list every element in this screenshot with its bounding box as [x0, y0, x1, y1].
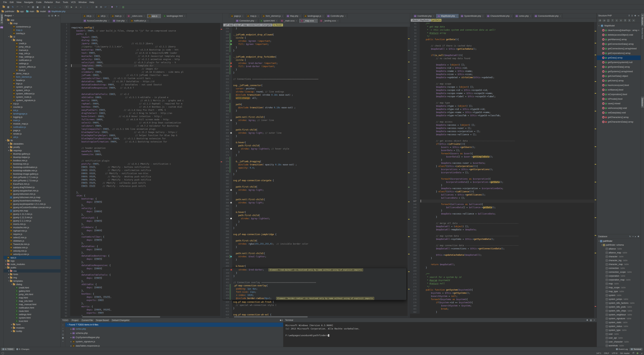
tree-row[interactable]: 5system.html — [4, 316, 60, 319]
undo-icon[interactable]: ↶ — [15, 5, 20, 9]
db-table-row[interactable]: map: table — [597, 282, 641, 286]
tree-row[interactable]: JSsystem_info.js — [4, 89, 60, 92]
code-line[interactable]: 136 } elseif($this->isCorporation()){ — [410, 165, 594, 168]
code-line[interactable]: 56 bootstrap: { — [61, 197, 220, 200]
code-editor[interactable]: 91 /**92 * get map data93 * -> this incl… — [410, 22, 596, 318]
tree-row[interactable]: ▼templates — [4, 279, 60, 283]
caret-position[interactable]: 147:1 — [596, 352, 601, 354]
menu-file[interactable]: File — [2, 1, 8, 4]
structure-method-row[interactable]: mgetConnections():array|mixed — [597, 46, 641, 51]
code-line[interactable]: 106 $mapData->name = $this->name; — [410, 70, 594, 73]
code-line[interactable]: 100 — [410, 51, 594, 54]
tree-row[interactable]: ▼map — [4, 22, 60, 25]
code-line[interactable]: 142 } — [410, 184, 594, 187]
code-line[interactable]: 2requirejs.config({ — [61, 26, 220, 29]
tree-row[interactable]: JSdom.jsPlumb-1.7.2-min.js — [4, 176, 60, 179]
code-line[interactable]: 144 } elseif($this->isAlliance()){ — [410, 190, 594, 193]
tree-row[interactable]: JSmorris.min.js — [4, 222, 60, 226]
todo-file-row[interactable]: ▶phpCcpSystemsMapper.php — [65, 335, 283, 339]
code-line[interactable]: 68 customScrollbar: { — [61, 235, 220, 238]
replace-icon[interactable]: ◉ — [47, 5, 51, 9]
code-line[interactable]: 131 $userData = []; — [410, 149, 594, 152]
code-line[interactable]: 401 path:first-child{ — [223, 239, 408, 242]
code-line[interactable]: 113 $mapData->scope->name = $this->scope… — [410, 92, 594, 95]
code-line[interactable]: 371 path:first-child{ — [223, 144, 408, 147]
code-line[interactable]: 107 $mapData->icon = $this->icon; — [410, 73, 594, 76]
code-line[interactable]: 422} — [223, 307, 408, 310]
tree-row[interactable]: JSvelocity.ui.min.js — [4, 252, 60, 256]
db-table-row[interactable]: user_api: table — [597, 336, 641, 340]
tree-row[interactable]: ▼app — [4, 18, 60, 22]
close-icon[interactable]: × — [338, 20, 338, 22]
code-line[interactable]: 133 $userData[] = $user->getSimpleData()… — [410, 155, 594, 158]
code-line[interactable]: 158 // map system data -----------------… — [410, 234, 594, 238]
code-line[interactable]: 115 — [410, 98, 594, 101]
code-line[interactable]: 423 — [223, 310, 408, 313]
code-line[interactable]: 81 deps: [0] — [61, 276, 220, 280]
tree-row[interactable]: JSraphael-min.js — [4, 229, 60, 232]
code-line[interactable]: 42 tweenLite: 0, — [61, 153, 220, 156]
code-line[interactable]: 377 @include transition( opacity 0.18s e… — [223, 163, 408, 166]
code-line[interactable]: 149 $allianceData[] = $alliance->getData… — [410, 206, 594, 209]
tree-row[interactable]: JSmap_info.js — [4, 52, 60, 55]
tree-row[interactable]: JSvelocity.min.js — [4, 249, 60, 252]
todo-filter-current-file[interactable]: Current File — [80, 318, 94, 322]
code-line[interactable]: 52 0: 1 // PNotify - reference push … — [61, 185, 220, 188]
tab-map.js[interactable]: JSmap.js× — [245, 14, 260, 18]
vcs-commit-icon[interactable]: ↑ — [90, 5, 94, 9]
code-line[interactable]: 120 $mapData->type->classTab = $this->ty… — [410, 114, 594, 117]
tree-row[interactable]: 5trust.html — [4, 319, 60, 323]
structure-method-row[interactable]: msetAccess(obj):void — [597, 106, 641, 110]
collapse-all-icon[interactable]: ⊻ — [631, 15, 633, 17]
code-line[interactable]: 334 } — [223, 27, 408, 30]
db-table-row[interactable]: connection_scope: table — [597, 270, 641, 274]
code-line[interactable]: 368 } — [223, 135, 408, 138]
code-line[interactable]: 69 deps: [0] — [61, 238, 220, 242]
tree-row[interactable]: JSjquery.fullscreen.min.js — [4, 192, 60, 196]
expand-arrow-icon[interactable]: ▶ — [8, 277, 10, 278]
code-line[interactable]: 137 $corporations = $this->getCorporatio… — [410, 168, 594, 171]
code-line[interactable]: 27 bootbox: 0, // v4.3.0 Bootbox.js - … — [61, 105, 220, 109]
structure-method-row[interactable]: msetData(data):void — [597, 110, 641, 115]
structure-method-row[interactable]: mgetCorporations():array — [597, 51, 641, 56]
expand-arrow-icon[interactable]: ▼ — [8, 36, 10, 38]
code-line[interactable]: 390 } — [223, 204, 408, 207]
code-line[interactable]: 382svg.pf-map-connection-stargate { — [223, 179, 408, 182]
code-line[interactable]: 39 — [61, 143, 220, 147]
code-line[interactable]: 148 foreach($alliances as $alliance){ — [410, 203, 594, 206]
tree-row[interactable]: JSdemo_map.js — [4, 72, 60, 75]
code-line[interactable]: 33 validator: 0, // v0.7.2 Validator f… — [61, 124, 220, 128]
close-icon[interactable]: × — [511, 15, 512, 17]
code-line[interactable]: 182 } — [410, 310, 594, 314]
tab-cortex.php[interactable]: phpcortex.php× — [514, 14, 533, 18]
tree-row[interactable]: ▶node_modules — [4, 262, 60, 266]
code-line[interactable]: 83 xEditable: { — [61, 283, 220, 286]
code-line[interactable]: 125 $mapData->access->corporation = []; — [410, 130, 594, 133]
code-line[interactable]: 43 — [61, 156, 220, 159]
tree-row[interactable]: JScounter.js — [4, 105, 60, 109]
code-line[interactable]: 40 // header animation — [61, 147, 220, 150]
paste-icon[interactable]: ▣ — [36, 5, 40, 9]
code-line[interactable]: 153 — [410, 219, 594, 222]
tool-button-remote-host[interactable]: Remote Host — [641, 26, 644, 40]
code-line[interactable]: 344 circle { — [223, 59, 408, 62]
code-line[interactable]: 143 $mapData->access->corporation = $cor… — [410, 187, 594, 190]
code-line[interactable]: 128 // get access object data ----------… — [410, 139, 594, 142]
tab-landingpage.js[interactable]: JSlandingpage.js× — [302, 14, 325, 18]
code-line[interactable]: 146 $allianceData = []; — [410, 196, 594, 199]
code-line[interactable]: 126 $mapData->access->alliance = []; — [410, 133, 594, 136]
code-line[interactable]: 159 $mapDataAll->systems = $this->getSys… — [410, 238, 594, 241]
coverage-icon[interactable]: ◈ — [79, 5, 83, 9]
code-line[interactable]: 114 $mapData->scope->label = $this->scop… — [410, 95, 594, 98]
code-line[interactable]: 169 — [410, 269, 594, 272]
code-line[interactable]: 77 datatablesResponsive: { — [61, 264, 220, 267]
code-line[interactable]: 85 }, — [61, 289, 220, 292]
code-line[interactable]: 402 stroke: rgba(255,255,255,0); // invi… — [223, 242, 408, 245]
close-icon[interactable]: × — [92, 15, 94, 17]
tree-row[interactable]: ▶tooltip — [4, 329, 60, 333]
menu-code[interactable]: Code — [35, 1, 43, 4]
menu-help[interactable]: Help — [88, 1, 96, 4]
code-line[interactable]: 122 // map access — [410, 120, 594, 123]
code-line[interactable]: 25 morris: 0, // v0.5.1 Morris.js - gr… — [61, 99, 220, 102]
tree-row[interactable]: JSinit.js — [4, 109, 60, 112]
